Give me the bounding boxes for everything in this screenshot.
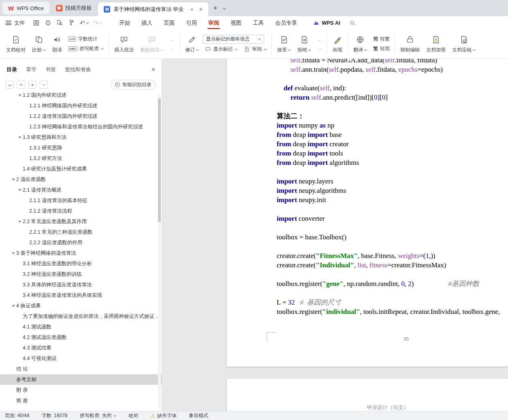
toc-item[interactable]: 1.2.3 神经网络和遗传算法相结合的国内外研究综述 (0, 122, 162, 132)
compare-button[interactable]: 比较 (29, 33, 49, 55)
toc-item[interactable]: 2.2.2 适应度函数的作用 (0, 237, 162, 248)
toc-item[interactable]: 2.1.1 遗传算法的基本特征 (0, 195, 162, 206)
traditional-to-simplified-button[interactable]: 繁 转简 (371, 45, 392, 53)
document-area[interactable]: self.fitdata = NeuralGA.add_data(self.fi… (162, 59, 508, 411)
format-painter-button[interactable] (68, 19, 75, 26)
template-tab[interactable]: 找稿壳模板 (49, 0, 98, 16)
sidebar-tab-目录[interactable]: 目录 (6, 66, 17, 73)
expand-all-button[interactable] (6, 81, 14, 89)
restrict-editing-button[interactable]: 限制编辑 (397, 33, 423, 55)
toc-expand-arrow-icon[interactable] (11, 179, 16, 181)
toc-item[interactable]: 参考文献 (0, 374, 162, 385)
zoom-in-outline-button[interactable]: + (28, 81, 36, 89)
toc-item[interactable]: 3 基于神经网络的遗传算法 (0, 248, 162, 258)
redo-dropdown-icon[interactable] (99, 21, 102, 24)
toc-item[interactable]: 1.3 研究思路和方法 (0, 132, 162, 143)
toc-expand-arrow-icon[interactable] (11, 305, 16, 307)
toc-expand-arrow-icon[interactable] (17, 94, 23, 96)
toc-item[interactable]: 4.1 测试函数 (0, 322, 162, 332)
sidebar-scrollbar-thumb[interactable] (158, 98, 161, 222)
document-page-35[interactable]: self.fitdata = NeuralGA.add_data(self.fi… (227, 59, 508, 367)
next-change-button[interactable]: → (315, 45, 324, 52)
toc-item[interactable]: 1.3.2 研究方法 (0, 153, 162, 164)
status-proofread[interactable]: 校对 (128, 412, 138, 419)
toc-item[interactable]: 3.1 神经适应度函数的理论分析 (0, 258, 162, 269)
track-changes-button[interactable]: 修订 (182, 33, 202, 55)
previous-comment-button[interactable]: ← (167, 36, 177, 43)
smart-toc-button[interactable]: 智能识别目录 (111, 80, 156, 90)
toc-item[interactable]: 4.2 测试适应度函数 (0, 332, 162, 343)
sidebar-tab-书签[interactable]: 书签 (45, 66, 56, 73)
print-preview-button[interactable] (56, 19, 63, 26)
menu-tab-插入[interactable]: 插入 (136, 16, 158, 30)
toc-expand-arrow-icon[interactable] (17, 221, 23, 223)
menu-tab-会员专享[interactable]: 会员专享 (269, 16, 303, 30)
undo-button[interactable]: ↶ (80, 19, 89, 27)
search-button[interactable] (349, 20, 356, 26)
wps-home-tab[interactable]: W WPS Office (2, 2, 49, 14)
menu-tab-审阅[interactable]: 审阅 (203, 16, 225, 30)
toc-item[interactable]: 附 录 (0, 385, 162, 395)
doc-proofread-button[interactable]: 文档校对 (3, 33, 28, 55)
markup-state-select[interactable]: 显示标记的最终状态 (203, 35, 264, 44)
undo-dropdown-icon[interactable] (86, 21, 89, 24)
review-pane-button[interactable]: 审阅 (241, 45, 269, 53)
sidebar-scrollbar-track[interactable] (158, 94, 161, 409)
status-compat-mode[interactable]: 兼容模式 (189, 412, 208, 419)
toc-item[interactable]: 1.4 研究计划及预计研究成果 (0, 164, 162, 174)
insert-comment-button[interactable]: 插入批注 (111, 33, 137, 55)
doc-finalize-button[interactable]: 文档定稿 (449, 33, 478, 55)
toc-item[interactable]: 3.4 神经适应度遗传算法的具体实现 (0, 290, 162, 301)
status-page-indicator[interactable]: 页面: 40/44 (5, 412, 30, 419)
toc-expand-arrow-icon[interactable] (11, 252, 16, 254)
read-aloud-button[interactable]: 朗读 (49, 33, 65, 55)
word-count-button[interactable]: 123 字数统计 (66, 35, 106, 43)
document-tab[interactable]: W 基于神经网络的遗传算法 毕业 × (98, 2, 208, 16)
toc-expand-arrow-icon[interactable] (17, 189, 23, 191)
toc-item[interactable]: 2.1 遗传算法概述 (0, 185, 162, 195)
next-comment-button[interactable]: → (167, 45, 177, 52)
document-page-36[interactable]: 毕业设计（论文） (227, 379, 508, 411)
toc-item[interactable]: 结 论 (0, 364, 162, 374)
toc-item[interactable]: 1.2 国内外研究综述 (0, 91, 162, 100)
sidebar-tab-章节[interactable]: 章节 (26, 66, 36, 73)
delete-comment-button[interactable]: 删除批注 (137, 33, 166, 55)
print-button[interactable] (45, 19, 51, 26)
toc-expand-arrow-icon[interactable] (17, 136, 23, 139)
toc-item[interactable]: 1.2.2 遗传算法国内外研究综述 (0, 111, 162, 122)
new-tab-button[interactable]: + (208, 4, 222, 13)
reject-button[interactable]: 拒绝 (295, 33, 314, 55)
menu-tab-开始[interactable]: 开始 (113, 16, 136, 30)
collapse-all-button[interactable] (17, 81, 25, 89)
menu-tab-引用[interactable]: 引用 (180, 16, 203, 30)
file-menu-button[interactable]: 文件 (6, 19, 25, 27)
status-word-count[interactable]: 字数: 16078 (42, 412, 68, 419)
menu-tab-页面[interactable]: 页面 (158, 16, 180, 30)
translate-button[interactable]: 翻译 (350, 33, 370, 55)
toc-item[interactable]: 2.2 常见适应度函数及其作用 (0, 216, 162, 227)
toc-item[interactable]: 4.4 可视化测试 (0, 353, 162, 364)
menu-tab-视图[interactable]: 视图 (225, 16, 247, 30)
toc-item[interactable]: 2.2.1 常见的三种适应度函数 (0, 227, 162, 237)
tab-list-chevron-icon[interactable] (222, 6, 226, 10)
status-spellcheck[interactable]: 拼写检查: 关闭 (80, 412, 117, 419)
zoom-out-outline-button[interactable]: − (40, 81, 48, 89)
sidebar-tab-查找和替换[interactable]: 查找和替换 (65, 66, 91, 73)
toc-item[interactable]: 2 适应度函数 (0, 174, 162, 185)
toc-item[interactable]: 3.3 具体的神经适应度遗传算法 (0, 279, 162, 290)
spell-check-button[interactable]: ABC 拼写检查 (66, 45, 106, 53)
toc-item[interactable]: 2.1.2 遗传算法流程 (0, 206, 162, 216)
simplified-to-traditional-button[interactable]: 简 转繁 (371, 35, 392, 43)
toc-item[interactable]: 1.2.1 神经网络国内外研究综述 (0, 100, 162, 111)
toc-item[interactable]: 为了更加准确的验证改进后的算法，采用两种验证方式验证 ... (0, 311, 162, 322)
toc-item[interactable]: 3.2 神经适应度函数的训练 (0, 269, 162, 279)
status-missing-font[interactable]: ⚠缺失字体 (150, 412, 177, 419)
show-markup-button[interactable]: 显示标记 (203, 45, 240, 53)
accept-button[interactable]: 接受 (274, 33, 294, 55)
redo-button[interactable]: ↷ (94, 19, 102, 27)
sidebar-close-icon[interactable]: × (152, 66, 155, 73)
pen-button[interactable]: 画笔 (330, 33, 345, 55)
close-tab-icon[interactable]: × (199, 6, 203, 13)
doc-encrypt-button[interactable]: 文档加密 (423, 33, 448, 55)
previous-change-button[interactable]: ← (315, 36, 324, 43)
